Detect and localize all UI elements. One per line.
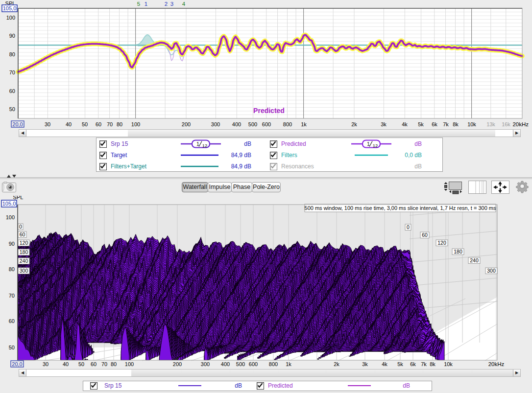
svg-text:600: 600 [262,121,271,127]
svg-text:90: 90 [9,241,15,247]
svg-text:13k: 13k [486,121,495,127]
svg-text:1k: 1k [286,361,291,367]
svg-text:60: 60 [9,318,15,324]
svg-text:180: 180 [20,249,28,255]
svg-text:Predicted: Predicted [253,107,285,115]
svg-text:400: 400 [221,361,230,367]
svg-text:120: 120 [437,240,446,246]
svg-text:300: 300 [487,268,496,274]
svg-text:4k: 4k [382,361,387,367]
svg-text:2k: 2k [351,121,357,127]
svg-text:90: 90 [9,33,15,39]
svg-text:6k: 6k [410,361,416,367]
svg-text:7k: 7k [443,121,449,127]
svg-text:800: 800 [283,121,292,127]
svg-text:50: 50 [78,361,84,367]
svg-text:400: 400 [232,121,241,127]
svg-text:60: 60 [20,231,25,237]
svg-text:80: 80 [111,361,117,367]
svg-text:30: 30 [45,121,50,127]
svg-text:60: 60 [422,232,428,238]
svg-text:60: 60 [9,88,15,94]
svg-text:1k: 1k [301,121,307,127]
svg-text:500: 500 [236,361,245,367]
svg-text:80: 80 [9,266,15,272]
svg-text:7k: 7k [421,361,427,367]
svg-text:0: 0 [407,224,410,230]
svg-text:8k: 8k [453,121,459,127]
svg-text:2: 2 [165,1,168,7]
svg-text:3: 3 [170,1,173,7]
svg-text:600: 600 [249,361,258,367]
svg-text:16k: 16k [502,121,510,127]
svg-text:500: 500 [248,121,257,127]
svg-text:6k: 6k [432,121,437,127]
svg-text:500 ms window, 100 ms rise tim: 500 ms window, 100 ms rise time, 3,00 ms… [305,205,496,211]
svg-text:240: 240 [20,258,28,264]
svg-text:5: 5 [137,1,140,7]
svg-text:105,0: 105,0 [3,5,17,11]
svg-text:800: 800 [269,361,278,367]
svg-text:SPL: SPL [13,196,24,200]
svg-text:180: 180 [454,249,462,254]
svg-text:70: 70 [107,121,113,127]
svg-text:40: 40 [63,361,69,367]
svg-text:3k: 3k [362,361,368,367]
svg-text:240: 240 [470,257,479,263]
svg-text:30: 30 [43,361,48,367]
svg-text:10k: 10k [444,361,453,367]
svg-text:20,0: 20,0 [12,361,22,367]
svg-text:300: 300 [211,121,220,127]
svg-text:20,0: 20,0 [12,121,23,127]
svg-text:5k: 5k [418,121,424,127]
svg-text:8k: 8k [430,361,435,367]
svg-text:20kHz: 20kHz [512,121,529,127]
svg-text:300: 300 [20,268,28,274]
svg-text:50: 50 [9,106,15,112]
svg-text:105,0: 105,0 [2,201,16,207]
svg-text:200: 200 [182,121,191,127]
svg-text:5k: 5k [397,361,403,367]
svg-text:1: 1 [145,1,147,7]
svg-text:50: 50 [9,345,15,350]
svg-text:80: 80 [117,121,122,127]
svg-text:70: 70 [9,69,15,75]
svg-text:200: 200 [173,361,182,367]
svg-text:100: 100 [131,121,140,127]
svg-text:70: 70 [101,361,107,367]
svg-text:20kHz: 20kHz [488,361,505,367]
svg-text:4k: 4k [402,121,408,127]
svg-text:2k: 2k [334,361,339,367]
svg-text:80: 80 [9,51,15,57]
svg-text:0: 0 [19,224,22,230]
svg-text:300: 300 [201,361,210,367]
svg-text:10k: 10k [467,121,476,127]
svg-text:50: 50 [82,121,88,127]
svg-text:3k: 3k [381,121,387,127]
svg-text:40: 40 [66,121,72,127]
svg-text:100: 100 [125,361,134,367]
svg-text:60: 60 [96,121,101,127]
svg-text:4: 4 [182,1,186,7]
svg-text:100: 100 [6,15,15,21]
svg-text:60: 60 [91,361,97,367]
svg-text:70: 70 [9,293,15,299]
svg-text:120: 120 [20,240,28,246]
svg-text:100: 100 [6,214,15,220]
